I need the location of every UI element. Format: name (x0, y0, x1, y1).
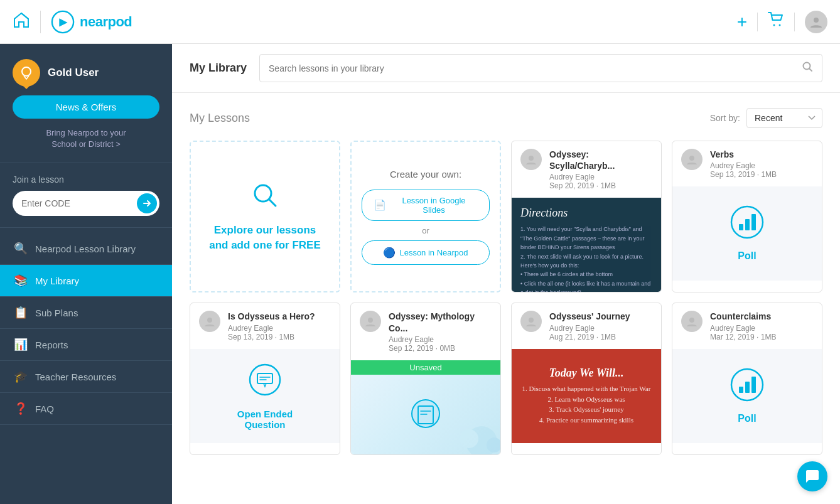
header: nearpod + (0, 0, 840, 44)
google-slides-icon: 📄 (374, 199, 386, 211)
lesson-name-verbs: Verbs (710, 149, 777, 160)
lesson-info-mythology: Odyssey: Mythology Co... Audrey EagleSep… (389, 311, 492, 352)
lesson-thumb-verbs: Poll (672, 186, 822, 281)
sidebar: Gold User News & Offers Bring Nearpod to… (0, 44, 172, 504)
svg-rect-12 (751, 214, 756, 230)
lesson-info-verbs: Verbs Audrey EagleSep 13, 2019 · 1MB (710, 149, 777, 179)
lesson-info-odyssey-scylla: Odyssey: Scylla/Charyb... Audrey EagleSe… (549, 149, 652, 190)
main-content: My Library My Lessons Sort by: Recent (172, 44, 840, 504)
sidebar-item-my-library[interactable]: 📚 My Library (0, 265, 172, 297)
explore-text: Explore our lessons and add one for FREE (203, 223, 326, 253)
svg-rect-15 (257, 373, 272, 383)
lesson-header-counterclaims: Counterclaims Audrey EagleMar 12, 2019 ·… (672, 303, 822, 348)
join-code-submit[interactable] (137, 193, 157, 213)
svg-point-13 (207, 318, 212, 323)
svg-point-20 (460, 429, 478, 448)
nearpod-icon: 🔵 (383, 247, 396, 259)
lesson-info-counterclaims: Counterclaims Audrey EagleMar 12, 2019 ·… (710, 311, 776, 341)
lesson-card-odyssey-scylla[interactable]: Odyssey: Scylla/Charyb... Audrey EagleSe… (511, 141, 662, 292)
lesson-name-mythology: Odyssey: Mythology Co... (389, 311, 492, 333)
sidebar-user-section: Gold User News & Offers Bring Nearpod to… (0, 44, 172, 163)
lesson-header-hero: Is Odysseus a Hero? Audrey EagleSep 13, … (190, 303, 340, 348)
search-button[interactable] (793, 55, 822, 82)
svg-point-2 (779, 24, 781, 26)
svg-point-21 (487, 437, 501, 453)
sidebar-item-sub-plans-label: Sub Plans (35, 308, 78, 318)
join-code-input[interactable] (21, 198, 137, 208)
lesson-name-hero: Is Odysseus a Hero? (228, 311, 315, 322)
explore-lessons-card[interactable]: Explore our lessons and add one for FREE (190, 141, 340, 292)
join-lesson-label: Join a lesson (13, 174, 159, 185)
search-bar (259, 54, 822, 82)
news-offers-button[interactable]: News & Offers (13, 95, 159, 119)
sidebar-item-teacher-resources[interactable]: 🎓 Teacher Resources (0, 361, 172, 393)
sidebar-district-link[interactable]: Bring Nearpod to your School or District… (13, 127, 159, 150)
unsaved-badge-mythology: Unsaved (351, 360, 500, 375)
lesson-thumb-hero: Open EndedQuestion (190, 349, 340, 443)
lessons-section-title: My Lessons (190, 112, 250, 125)
lessons-content: My Lessons Sort by: Recent Alphabetical … (172, 93, 840, 470)
lesson-thumb-odyssey-scylla: Directions 1. You will need your "Scylla… (512, 198, 661, 292)
lesson-card-verbs[interactable]: Verbs Audrey EagleSep 13, 2019 · 1MB (672, 141, 822, 292)
sort-label: Sort by: (710, 113, 740, 123)
sidebar-item-sub-plans[interactable]: 📋 Sub Plans (0, 297, 172, 329)
open-ended-label-hero: Open EndedQuestion (237, 409, 293, 430)
sidebar-item-reports[interactable]: 📊 Reports (0, 329, 172, 361)
home-icon[interactable] (13, 11, 30, 32)
lesson-meta-odyssey-scylla: Audrey EagleSep 20, 2019 · 1MB (549, 173, 652, 190)
lesson-card-mythology[interactable]: Odyssey: Mythology Co... Audrey EagleSep… (350, 303, 501, 454)
teacher-resources-icon: 🎓 (14, 370, 26, 383)
header-actions: + (730, 11, 827, 33)
lesson-avatar-journey (520, 311, 542, 332)
lesson-card-counterclaims[interactable]: Counterclaims Audrey EagleMar 12, 2019 ·… (672, 303, 822, 454)
search-icon: 🔍 (14, 242, 26, 255)
create-card-content: Create your own: 📄 Lesson in Google Slid… (352, 154, 500, 280)
create-label: Create your own: (390, 169, 461, 180)
nearpod-logo[interactable]: nearpod (51, 10, 132, 34)
svg-point-16 (368, 318, 373, 323)
lesson-name-counterclaims: Counterclaims (710, 311, 776, 322)
gold-user-badge: Gold User (13, 59, 159, 87)
search-input[interactable] (260, 57, 793, 80)
create-nearpod-button[interactable]: 🔵 Lesson in Nearpod (362, 240, 490, 265)
explore-search-icon (250, 181, 279, 215)
add-button[interactable]: + (730, 12, 755, 32)
sort-wrap: Sort by: Recent Alphabetical Date Added (710, 108, 822, 128)
lesson-card-journey[interactable]: Odysseus' Journey Audrey EagleAug 21, 20… (511, 303, 662, 454)
sidebar-item-my-library-label: My Library (35, 276, 79, 286)
lesson-name-journey: Odysseus' Journey (549, 311, 630, 322)
lesson-name-odyssey-scylla: Odyssey: Scylla/Charyb... (549, 149, 652, 171)
svg-point-4 (22, 67, 31, 76)
sidebar-user-name: Gold User (48, 67, 99, 79)
lesson-header-verbs: Verbs Audrey EagleSep 13, 2019 · 1MB (672, 141, 822, 186)
header-divider (40, 11, 41, 33)
faq-icon: ❓ (14, 402, 26, 416)
create-or-text: or (422, 226, 429, 235)
poll-label-counterclaims: Poll (738, 413, 756, 424)
user-avatar[interactable] (805, 11, 827, 33)
lesson-header-odyssey-scylla: Odyssey: Scylla/Charyb... Audrey EagleSe… (512, 141, 661, 198)
chat-support-button[interactable] (797, 461, 827, 491)
lesson-header-mythology: Odyssey: Mythology Co... Audrey EagleSep… (351, 303, 500, 360)
lesson-info-journey: Odysseus' Journey Audrey EagleAug 21, 20… (549, 311, 630, 341)
svg-point-7 (529, 156, 534, 161)
lesson-card-hero[interactable]: Is Odysseus a Hero? Audrey EagleSep 13, … (190, 303, 340, 454)
header-action-divider (757, 13, 758, 31)
lesson-avatar-hero (199, 311, 220, 332)
lesson-avatar-odyssey-scylla (520, 149, 542, 170)
cart-button[interactable] (760, 12, 792, 31)
sidebar-item-faq[interactable]: ❓ FAQ (0, 393, 172, 425)
page-title: My Library (190, 62, 247, 75)
lesson-meta-counterclaims: Audrey EagleMar 12, 2019 · 1MB (710, 324, 776, 341)
lessons-header: My Lessons Sort by: Recent Alphabetical … (190, 108, 822, 128)
lessons-grid: Explore our lessons and add one for FREE… (190, 141, 822, 455)
sidebar-item-faq-label: FAQ (35, 404, 54, 414)
join-lesson-input-wrap (13, 191, 159, 216)
sidebar-item-lesson-library[interactable]: 🔍 Nearpod Lesson Library (0, 233, 172, 265)
header-action-divider-2 (794, 13, 795, 31)
create-google-slides-button[interactable]: 📄 Lesson in Google Slides (362, 190, 490, 221)
svg-rect-27 (751, 377, 756, 393)
sidebar-nav: 🔍 Nearpod Lesson Library 📚 My Library 📋 … (0, 228, 172, 504)
sort-select[interactable]: Recent Alphabetical Date Added (746, 108, 822, 128)
sub-plans-icon: 📋 (14, 306, 26, 319)
